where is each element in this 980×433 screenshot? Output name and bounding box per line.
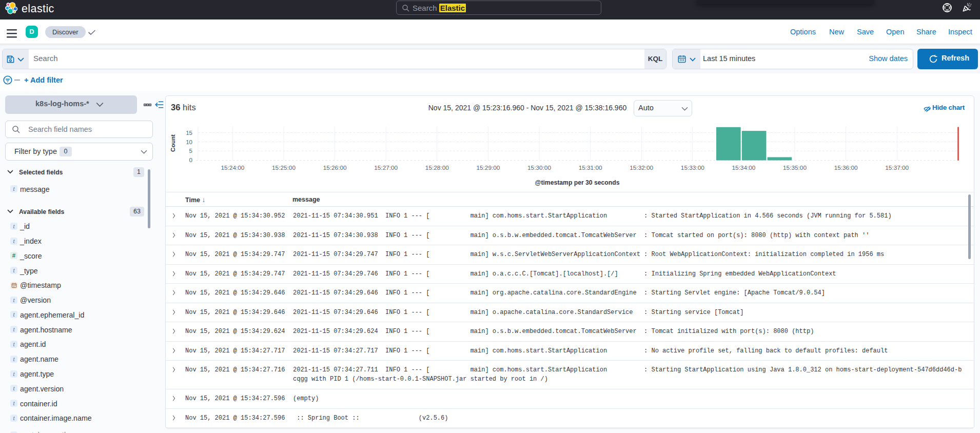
svg-text:0: 0 — [189, 157, 192, 163]
svg-text:15: 15 — [186, 130, 192, 136]
svg-text:15:34:00: 15:34:00 — [732, 164, 755, 171]
svg-text:15:33:00: 15:33:00 — [681, 164, 704, 171]
svg-text:15:31:00: 15:31:00 — [579, 164, 602, 171]
svg-text:@timestamp per 30 seconds: @timestamp per 30 seconds — [535, 179, 620, 186]
svg-text:10: 10 — [186, 139, 192, 145]
svg-text:15:28:00: 15:28:00 — [425, 164, 449, 171]
svg-text:Count: Count — [169, 134, 177, 152]
svg-text:15:32:00: 15:32:00 — [630, 164, 653, 171]
svg-text:15:36:00: 15:36:00 — [834, 164, 858, 171]
svg-text:15:24:00: 15:24:00 — [221, 164, 244, 171]
svg-text:15:30:00: 15:30:00 — [527, 164, 551, 171]
svg-text:5: 5 — [189, 148, 192, 154]
svg-text:15:27:00: 15:27:00 — [374, 164, 398, 171]
svg-text:15:29:00: 15:29:00 — [476, 164, 500, 171]
svg-text:15:26:00: 15:26:00 — [323, 164, 347, 171]
svg-text:15:35:00: 15:35:00 — [783, 164, 807, 171]
svg-text:15:37:00: 15:37:00 — [885, 164, 909, 171]
svg-text:15:25:00: 15:25:00 — [272, 164, 296, 171]
